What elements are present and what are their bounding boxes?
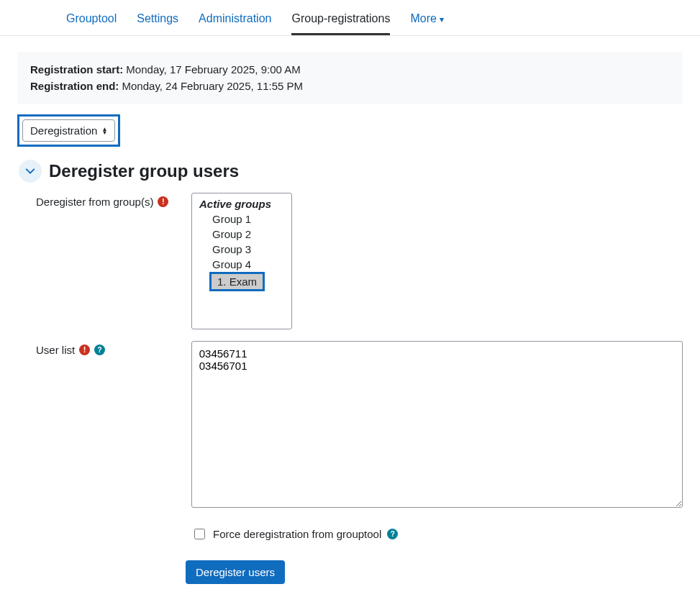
tab-administration[interactable]: Administration: [199, 5, 271, 35]
userlist-label: User list: [36, 344, 75, 356]
required-icon: !: [79, 345, 90, 355]
registration-end-label: Registration end:: [30, 80, 119, 92]
mode-select[interactable]: Deregistration ▲▼: [22, 119, 115, 142]
group-option[interactable]: Group 3: [199, 242, 284, 257]
tab-more[interactable]: More▾: [410, 5, 443, 35]
tab-bar: Grouptool Settings Administration Group-…: [0, 0, 700, 36]
form-row-groups: Deregister from group(s) ! Active groups…: [0, 190, 700, 338]
tab-grouptool[interactable]: Grouptool: [66, 5, 117, 35]
help-icon[interactable]: ?: [387, 529, 398, 539]
group-option-selected[interactable]: 1. Exam: [212, 274, 263, 289]
groups-listbox[interactable]: Active groups Group 1 Group 2 Group 3 Gr…: [191, 193, 292, 329]
collapse-button[interactable]: [19, 160, 42, 183]
form-row-userlist: User list ! ? 03456711 03456701: [0, 338, 700, 516]
help-icon[interactable]: ?: [94, 345, 105, 355]
tab-group-registrations[interactable]: Group-registrations: [291, 5, 390, 35]
groups-optgroup-label: Active groups: [199, 198, 284, 210]
registration-start-value: Monday, 17 February 2025, 9:00 AM: [126, 63, 300, 76]
groups-label: Deregister from group(s): [36, 196, 153, 208]
deregister-users-button[interactable]: Deregister users: [186, 560, 285, 584]
tab-settings[interactable]: Settings: [137, 5, 178, 35]
registration-start-label: Registration start:: [30, 63, 123, 76]
userlist-textarea[interactable]: 03456711 03456701: [191, 341, 683, 508]
chevron-down-icon: ▾: [440, 14, 444, 24]
group-option-highlight: 1. Exam: [209, 272, 265, 291]
registration-end-value: Monday, 24 February 2025, 11:55 PM: [122, 80, 304, 92]
registration-info-box: Registration start: Monday, 17 February …: [17, 52, 683, 104]
force-deregistration-checkbox[interactable]: [194, 529, 205, 539]
section-title: Deregister group users: [49, 161, 239, 181]
tab-more-label: More: [410, 12, 436, 24]
group-option[interactable]: Group 4: [199, 257, 284, 272]
group-option[interactable]: Group 2: [199, 227, 284, 242]
force-deregistration-row: Force deregistration from grouptool ?: [0, 516, 700, 542]
sort-icon: ▲▼: [101, 127, 107, 134]
required-icon: !: [158, 196, 168, 207]
mode-select-highlight: Deregistration ▲▼: [17, 114, 120, 147]
mode-select-value: Deregistration: [30, 124, 97, 137]
force-deregistration-label: Force deregistration from grouptool: [213, 528, 381, 540]
section-header: Deregister group users: [19, 160, 700, 183]
group-option[interactable]: Group 1: [199, 211, 284, 227]
submit-row: Deregister users: [0, 542, 700, 602]
chevron-down-icon: [25, 166, 35, 176]
